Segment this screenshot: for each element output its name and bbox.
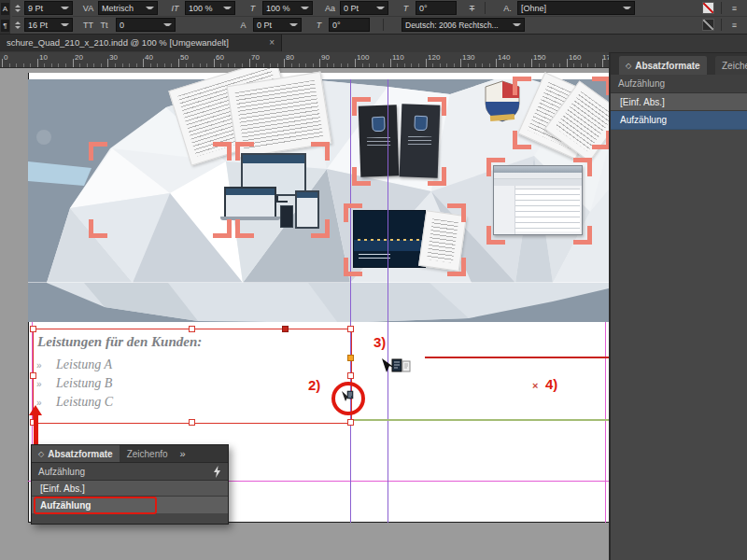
window-titlebar: [494, 166, 582, 173]
window-menubar: [494, 173, 582, 179]
ruler-mark: 160: [569, 53, 581, 62]
bullet-glyph: »: [36, 360, 56, 371]
character-formatting-icon[interactable]: A: [1, 3, 9, 15]
document-canvas[interactable]: Leistungen für den Kunden: » Leistung A …: [0, 67, 609, 560]
horizontal-scale-value: 100 %: [266, 4, 290, 13]
frame-handle[interactable]: [347, 326, 354, 332]
dropdown-arrow-icon[interactable]: [301, 7, 309, 9]
ruler-mark: 140: [498, 53, 510, 62]
new-text-frame-edge[interactable]: [425, 357, 609, 358]
dropdown-arrow-icon[interactable]: [163, 23, 172, 26]
shield-logo: [414, 116, 428, 131]
dropdown-arrow-icon[interactable]: [289, 23, 298, 26]
leading-stepper[interactable]: [15, 21, 21, 29]
leading-field[interactable]: 16 Pt: [24, 18, 73, 32]
frame-handle-selected[interactable]: [282, 326, 289, 332]
panel-menu-icon[interactable]: ≡: [728, 21, 740, 30]
text-out-port[interactable]: [347, 355, 354, 361]
tab-label: Absatzformate: [48, 449, 112, 459]
margin-guide[interactable]: [605, 322, 606, 523]
crop-mark-icon: [311, 142, 330, 161]
crop-mark-icon: [213, 219, 232, 238]
dropdown-arrow-icon[interactable]: [223, 7, 232, 9]
language-field[interactable]: Deutsch: 2006 Rechtsch...: [402, 18, 525, 32]
paragraph-formatting-icon[interactable]: ¶: [1, 20, 9, 32]
crop-mark-icon: [344, 258, 362, 276]
list-item: » Leistung B: [36, 376, 112, 391]
kerning-value: Metrisch: [102, 4, 134, 13]
style-item-aufzaehlung[interactable]: Aufzählung: [32, 497, 228, 513]
tab-character-styles[interactable]: Zeichenfo: [715, 56, 747, 75]
skew-icon: T: [400, 4, 412, 13]
tab-paragraph-styles[interactable]: ◇ Absatzformate: [32, 445, 120, 462]
frame-handle[interactable]: [189, 326, 195, 332]
photo-caption-lines: [359, 254, 390, 261]
frame-handle[interactable]: [30, 326, 36, 332]
small-caps-icon[interactable]: Tt: [98, 21, 110, 30]
crop-mark-icon: [352, 167, 371, 186]
frame-handle[interactable]: [30, 372, 36, 379]
close-icon[interactable]: ×: [261, 37, 275, 48]
crop-mark-icon: [486, 226, 505, 245]
frame-handle[interactable]: [347, 372, 354, 379]
style-item-aufzaehlung-selected[interactable]: Aufzählung: [611, 111, 747, 130]
dropdown-arrow-icon[interactable]: [61, 7, 69, 9]
vertical-scale-field[interactable]: 100 %: [185, 1, 235, 15]
ruler-mark: 90: [321, 53, 330, 62]
baseline-shift-field[interactable]: 0 Pt: [340, 1, 388, 15]
column-guide[interactable]: [350, 79, 351, 523]
all-caps-icon[interactable]: TT: [82, 21, 94, 30]
font-size-field[interactable]: 9 Pt: [24, 1, 73, 15]
ruler-mark: 50: [180, 53, 189, 62]
responsive-devices-image[interactable]: [224, 149, 317, 229]
tab-character-styles[interactable]: Zeichenfo: [120, 445, 176, 462]
dropdown-arrow-icon[interactable]: [61, 23, 69, 26]
panel-expand-icon[interactable]: »: [176, 445, 190, 462]
strikethrough-icon[interactable]: T: [466, 4, 478, 13]
style-item-label: [Einf. Abs.]: [40, 483, 85, 494]
rotation-field[interactable]: 0°: [329, 18, 370, 32]
stroke-proxy-icon[interactable]: [702, 19, 714, 31]
skew-value: 0°: [419, 4, 428, 13]
document-tab[interactable]: schure_Quad_210_x_210.indd @ 100 % [Umge…: [0, 34, 282, 51]
control-bar-row-1: 9 Pt VA Metrisch IT 100 % T 100 % Aa 0 P…: [12, 0, 747, 17]
control-bar-row-2: 16 Pt TT Tt 0 A 0 Pt T 0° Deutsch: 2006 …: [12, 17, 747, 33]
frame-handle[interactable]: [189, 419, 195, 426]
document-title: schure_Quad_210_x_210.indd @ 100 % [Umge…: [7, 37, 229, 48]
panel-menu-icon[interactable]: ≡: [728, 4, 740, 13]
annotation-highlight-box: [34, 497, 157, 514]
font-size-stepper[interactable]: [15, 5, 21, 12]
column-guide[interactable]: [388, 79, 388, 523]
software-screenshot-image[interactable]: [493, 165, 583, 235]
dropdown-arrow-icon[interactable]: [376, 7, 385, 9]
tab-paragraph-styles[interactable]: ◇ Absatzformate: [619, 56, 707, 75]
ruler-mark: 10: [39, 53, 48, 62]
character-style-field[interactable]: [Ohne]: [517, 1, 635, 15]
night-photo-image[interactable]: [353, 210, 426, 268]
quick-apply-icon[interactable]: [213, 466, 221, 478]
tracking-field[interactable]: 0: [116, 18, 176, 32]
dropdown-arrow-icon[interactable]: [146, 7, 154, 9]
kerning-field[interactable]: Metrisch: [98, 1, 158, 15]
dropdown-arrow-icon[interactable]: [513, 23, 521, 26]
grid-align-field[interactable]: 0 Pt: [253, 18, 302, 32]
ruler-mark: 130: [462, 53, 474, 62]
window-content: [515, 189, 580, 231]
rotation-value: 0°: [332, 21, 341, 30]
horizontal-scale-field[interactable]: 100 %: [262, 1, 313, 15]
style-item-basic[interactable]: [Einf. Abs.]: [611, 93, 747, 111]
bullet-glyph: »: [36, 379, 56, 389]
no-fill-icon[interactable]: [702, 2, 714, 14]
crop-mark-icon: [344, 203, 362, 222]
tracking-value: 0: [120, 21, 124, 30]
crop-mark-icon: [352, 97, 371, 116]
shield-logo: [372, 117, 386, 132]
character-style-icon: A.: [501, 4, 514, 13]
ruler-mark: 150: [533, 53, 545, 62]
dropdown-arrow-icon[interactable]: [623, 7, 631, 9]
frame-handle[interactable]: [347, 419, 354, 426]
skew-field[interactable]: 0°: [416, 1, 457, 15]
linked-frame-edge[interactable]: [350, 419, 609, 421]
text-frame[interactable]: Leistungen für den Kunden: » Leistung A …: [33, 329, 352, 424]
style-item-basic[interactable]: [Einf. Abs.]: [32, 481, 228, 497]
